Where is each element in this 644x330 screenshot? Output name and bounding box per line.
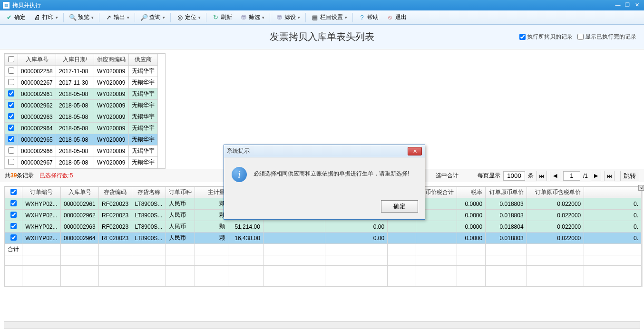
dialog-close-button[interactable]: ✕ <box>408 147 422 155</box>
dialog-title: 系统提示 <box>227 147 408 155</box>
dialog-ok-button[interactable]: 确定 <box>381 200 418 213</box>
dialog-message: 必须选择相同供应商和立账依据的单据进行生单，请重新选择! <box>254 167 417 178</box>
info-icon: i <box>232 167 247 182</box>
modal-overlay: 系统提示 ✕ i 必须选择相同供应商和立账依据的单据进行生单，请重新选择! 确定 <box>0 0 644 330</box>
system-prompt-dialog: 系统提示 ✕ i 必须选择相同供应商和立账依据的单据进行生单，请重新选择! 确定 <box>224 145 425 220</box>
